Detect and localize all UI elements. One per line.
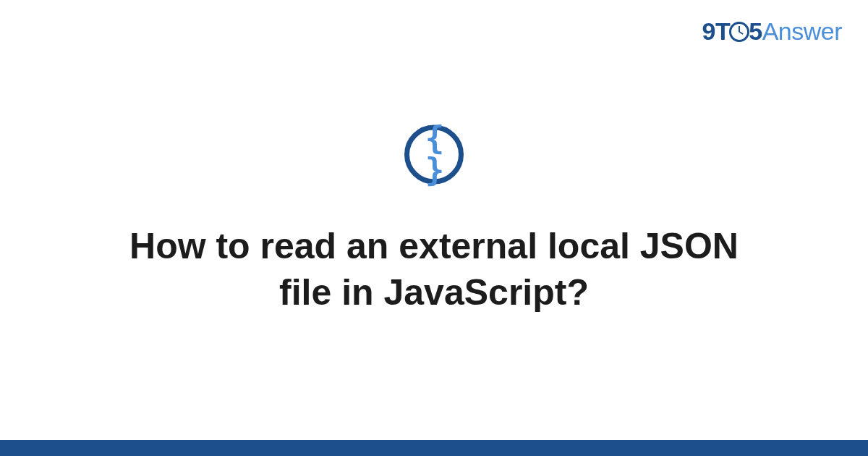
brand-answer: Answer [762, 17, 842, 45]
brand-nine: 9 [702, 17, 715, 45]
question-title: How to read an external local JSON file … [109, 223, 760, 316]
category-badge: { } [404, 124, 464, 184]
footer-accent-bar [0, 440, 868, 456]
brand-logo: 9T5Answer [702, 17, 843, 46]
brand-five: 5 [749, 17, 762, 45]
json-braces-icon: { } [409, 122, 459, 186]
clock-icon [729, 22, 749, 42]
main-content: { } How to read an external local JSON f… [0, 124, 868, 316]
brand-t: T [715, 17, 730, 45]
